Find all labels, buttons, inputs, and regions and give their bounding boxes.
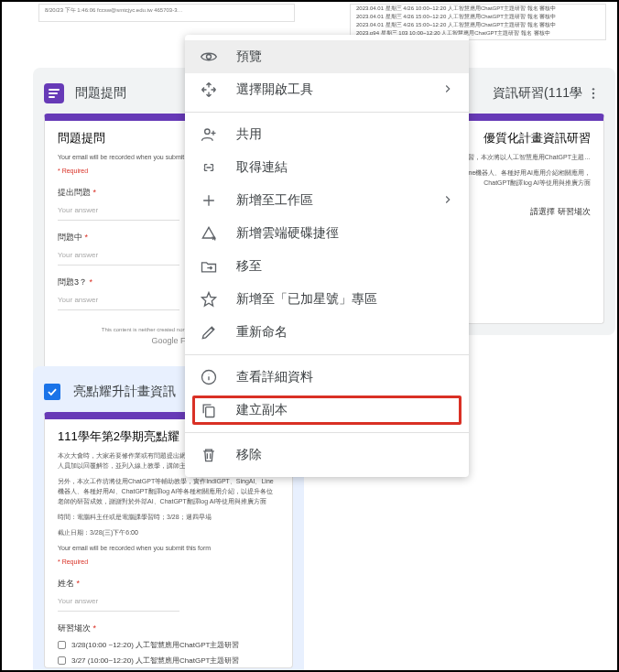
- menu-add-workspace[interactable]: 新增至工作區: [185, 184, 469, 217]
- chevron-right-icon: [441, 82, 454, 98]
- trash-icon: [200, 446, 218, 464]
- eye-icon: [200, 48, 218, 66]
- menu-label: 查看詳細資料: [236, 369, 313, 385]
- context-menu: 預覽 選擇開啟工具 共用 取得連結 新增至工作區: [185, 35, 469, 477]
- svg-point-1: [592, 92, 594, 94]
- svg-point-3: [207, 55, 212, 60]
- menu-divider: [185, 432, 469, 433]
- menu-add-starred[interactable]: 新增至「已加星號」專區: [185, 283, 469, 316]
- person-add-icon: [200, 125, 218, 144]
- svg-point-0: [592, 88, 594, 90]
- svg-point-2: [592, 96, 594, 98]
- menu-divider: [185, 354, 469, 355]
- svg-rect-6: [206, 407, 214, 417]
- menu-label: 建立副本: [236, 402, 288, 418]
- plus-icon: [200, 191, 218, 210]
- menu-label: 新增雲端硬碟捷徑: [236, 225, 339, 242]
- copy-icon: [200, 401, 218, 419]
- menu-get-link[interactable]: 取得連結: [185, 151, 469, 184]
- menu-rename[interactable]: 重新命名: [185, 316, 469, 349]
- menu-remove[interactable]: 移除: [185, 439, 469, 471]
- drive-shortcut-icon: [200, 224, 218, 243]
- menu-open-with[interactable]: 選擇開啟工具: [185, 73, 469, 106]
- folder-move-icon: [200, 257, 218, 276]
- menu-label: 預覽: [236, 49, 262, 65]
- menu-label: 新增至工作區: [236, 192, 313, 209]
- menu-label: 移至: [236, 258, 262, 275]
- chevron-right-icon: [441, 193, 454, 209]
- menu-label: 共用: [236, 126, 262, 143]
- forms-icon: [44, 83, 64, 103]
- svg-point-4: [205, 129, 210, 134]
- menu-share[interactable]: 共用: [185, 118, 469, 151]
- menu-drive-shortcut[interactable]: 新增雲端硬碟捷徑: [185, 217, 469, 250]
- menu-label: 重新命名: [236, 324, 288, 341]
- star-icon: [200, 290, 218, 309]
- thumb-text: 8/20/23 下午 1:46:06 fccsw@smtcjyc.edu.tw …: [39, 5, 294, 16]
- checkbox-checked-icon[interactable]: [44, 384, 60, 400]
- info-icon: [200, 368, 218, 386]
- more-icon[interactable]: [582, 86, 604, 101]
- menu-preview[interactable]: 預覽: [185, 40, 469, 73]
- menu-move-to[interactable]: 移至: [185, 250, 469, 283]
- bg-thumb-left: 8/20/23 下午 1:46:06 fccsw@smtcjyc.edu.tw …: [38, 4, 295, 22]
- menu-divider: [185, 112, 469, 113]
- menu-label: 移除: [236, 447, 262, 463]
- menu-label: 取得連結: [236, 159, 288, 176]
- pencil-icon: [200, 323, 218, 341]
- menu-label: 選擇開啟工具: [236, 81, 313, 98]
- right-card-title: 資訊研習(111學: [472, 85, 582, 102]
- open-with-icon: [200, 81, 218, 99]
- menu-label: 新增至「已加星號」專區: [236, 291, 377, 308]
- menu-details[interactable]: 查看詳細資料: [185, 361, 469, 394]
- link-icon: [200, 158, 218, 177]
- menu-make-copy[interactable]: 建立副本: [185, 394, 469, 427]
